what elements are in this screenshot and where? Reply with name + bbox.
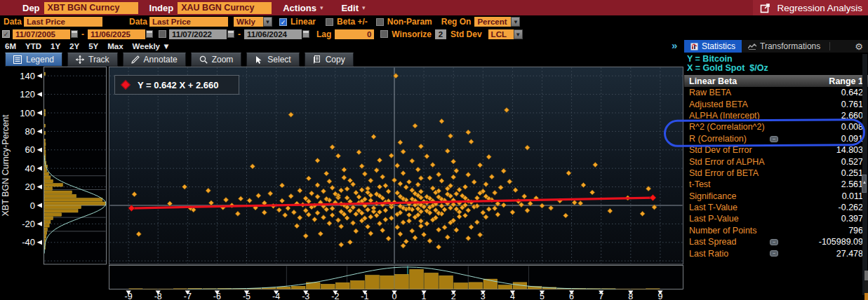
range2-end-input[interactable]: 11/06/2024 xyxy=(244,29,302,39)
range1-dash: - xyxy=(81,29,84,39)
svg-text:-40: -40 xyxy=(22,237,35,247)
regon-label: Reg On xyxy=(441,17,472,27)
regression-equation-legend[interactable]: Y = 0.642 X + 2.660 xyxy=(114,75,239,95)
mini-chart-icon[interactable]: ~ xyxy=(770,136,778,142)
data1-input[interactable]: Last Price xyxy=(24,17,102,27)
svg-text:-1: -1 xyxy=(361,292,368,300)
winsorize-label: Winsorize xyxy=(392,29,432,39)
winsorize-input[interactable]: 2 xyxy=(435,29,446,39)
stats-row[interactable]: t-Test2.561 xyxy=(684,179,868,190)
edit-menu[interactable]: Edit ▾ xyxy=(341,3,365,13)
regon-dropdown-arrow[interactable]: ▼ xyxy=(511,17,520,27)
stats-row[interactable]: Last P-Value0.397 xyxy=(684,213,868,224)
data2-label: Data xyxy=(129,17,147,27)
regression-scatter-chart[interactable]: -40-20020406080100120140-9-8-7-6-5-4-3-2… xyxy=(0,67,684,300)
lag-input[interactable]: 0 xyxy=(335,29,374,39)
svg-text:60: 60 xyxy=(25,144,35,155)
range1-checkbox[interactable]: ✓ xyxy=(2,30,10,38)
winsorize-checkbox[interactable] xyxy=(380,30,388,38)
dep-security-input[interactable]: XBT BGN Curncy xyxy=(44,2,138,14)
range1-end-input[interactable]: 11/06/2025 xyxy=(88,29,145,39)
track-button[interactable]: Track xyxy=(67,53,118,67)
tab-statistics[interactable]: Statistics xyxy=(684,40,742,53)
period-1y[interactable]: 1Y xyxy=(51,42,60,50)
range2-checkbox[interactable] xyxy=(159,30,166,38)
stats-row[interactable]: Adjusted BETA0.761 xyxy=(684,98,868,109)
annotate-button[interactable]: Annotate xyxy=(123,53,186,67)
stats-row[interactable]: ALPHA (Intercept)2.660 xyxy=(684,110,868,121)
stats-row[interactable]: Last Ratio~27.478 xyxy=(684,247,868,259)
stats-row-value: 796 xyxy=(848,226,863,236)
svg-text:-8: -8 xyxy=(154,292,162,300)
stats-row[interactable]: Std Error of BETA0.251 xyxy=(684,168,868,179)
stats-scrollbar-thumb[interactable] xyxy=(862,175,867,193)
stats-header-left: Linear Beta xyxy=(689,76,737,86)
period-5y[interactable]: 5Y xyxy=(88,42,98,50)
select-button[interactable]: Select xyxy=(246,53,299,67)
stats-row[interactable]: Number of Points796 xyxy=(684,225,868,236)
period-frequency-select[interactable]: Weekly ▼ xyxy=(133,42,171,50)
pencil-icon xyxy=(131,55,140,64)
mini-chart-icon[interactable]: ~ xyxy=(770,239,778,245)
stats-row[interactable]: R (Correlation)~0.091 xyxy=(684,133,868,144)
legend-button[interactable]: Legend xyxy=(5,53,62,67)
stats-row[interactable]: Std Error of ALPHA0.527 xyxy=(684,156,868,167)
chart-toolbar: Legend Track Annotate Zoom Select Copy xyxy=(0,52,684,67)
stats-row-value: 27.478 xyxy=(836,249,863,259)
regression-analysis-window: Dep XBT BGN Curncy Indep XAU BGN Curncy … xyxy=(0,0,868,300)
data-controls-row: Data Last Price Data Last Price Wkly ▼ ✓… xyxy=(0,15,868,28)
indep-security-input[interactable]: XAU BGN Curncy xyxy=(178,2,272,14)
zoom-button[interactable]: Zoom xyxy=(191,53,242,67)
stats-row-label: ALPHA (Intercept) xyxy=(689,111,760,121)
frequency-select[interactable]: Wkly xyxy=(234,17,263,27)
svg-text:-4: -4 xyxy=(272,292,280,300)
svg-text:6: 6 xyxy=(569,292,574,300)
nonparam-checkbox[interactable] xyxy=(376,18,384,26)
tab-transformations[interactable]: Transformations xyxy=(742,40,827,53)
lcl-dropdown-arrow[interactable]: ▼ xyxy=(514,29,523,39)
range2-start-input[interactable]: 11/07/2022 xyxy=(169,29,227,39)
collapse-chevron-icon[interactable]: » xyxy=(672,39,677,51)
svg-text:0: 0 xyxy=(30,200,35,211)
stats-row[interactable]: Std Dev of Error14.803 xyxy=(684,144,868,156)
stats-scrollbar[interactable] xyxy=(862,54,867,295)
mini-chart-icon[interactable]: ~ xyxy=(770,250,778,257)
lcl-select[interactable]: LCL xyxy=(488,29,514,39)
calendar-icon[interactable] xyxy=(71,30,78,38)
stats-row[interactable]: R^2 (Correlation^2)0.008 xyxy=(684,121,868,132)
period-max[interactable]: Max xyxy=(107,42,123,50)
period-ytd[interactable]: YTD xyxy=(25,42,41,50)
linear-checkbox[interactable]: ✓ xyxy=(279,18,287,26)
stats-row-value: 14.803 xyxy=(836,145,863,155)
calendar-icon[interactable] xyxy=(302,30,309,38)
stats-row[interactable]: Last T-Value-0.262 xyxy=(684,202,868,213)
period-bar: 6M YTD 1Y 2Y 5Y Max Weekly ▼ xyxy=(0,40,684,52)
calendar-icon[interactable] xyxy=(227,30,234,38)
annotate-button-label: Annotate xyxy=(144,55,178,64)
nonparam-label: Non-Param xyxy=(387,17,432,27)
gear-icon[interactable]: ⚙ xyxy=(855,41,868,52)
copy-button[interactable]: Copy xyxy=(305,53,354,67)
stats-row-label: Std Error of BETA xyxy=(689,168,759,178)
range1-start-input[interactable]: 11/07/2005 xyxy=(13,29,70,39)
regon-select[interactable]: Percent xyxy=(474,17,511,27)
stats-row-label: Raw BETA xyxy=(689,88,731,97)
export-icon[interactable] xyxy=(760,3,770,13)
series-definitions: Y = Bitcoin X = Gold Spot $/Oz xyxy=(684,53,868,73)
stats-row-label: Adjusted BETA xyxy=(689,100,748,109)
stats-table-header: Linear Beta Range 1 xyxy=(684,75,868,87)
period-6m[interactable]: 6M xyxy=(5,42,16,50)
stats-row[interactable]: Raw BETA0.642 xyxy=(684,87,868,98)
stats-row-label: Std Error of ALPHA xyxy=(689,157,765,167)
range2-dash: - xyxy=(238,29,241,39)
stats-row[interactable]: Last Spread~-105989.09 xyxy=(684,236,868,247)
stats-row-value: 0.761 xyxy=(841,100,863,109)
calendar-icon[interactable] xyxy=(146,30,153,38)
data2-input[interactable]: Last Price xyxy=(149,17,228,27)
beta-checkbox[interactable] xyxy=(326,18,333,26)
actions-label: Actions xyxy=(283,3,316,13)
stats-row[interactable]: Significance0.011 xyxy=(684,191,868,202)
period-2y[interactable]: 2Y xyxy=(69,42,79,50)
frequency-dropdown-arrow[interactable]: ▼ xyxy=(263,17,272,27)
actions-menu[interactable]: Actions ▾ xyxy=(283,3,323,13)
